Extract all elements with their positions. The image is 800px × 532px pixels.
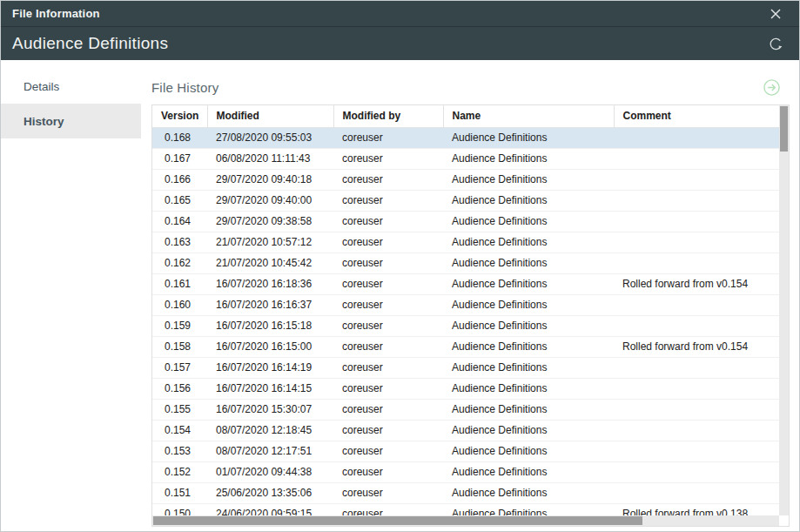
refresh-icon (768, 36, 784, 52)
cell-name: Audience Definitions (443, 441, 614, 461)
cell-modified-by: coreuser (333, 253, 443, 273)
cell-modified: 25/06/2020 13:35:06 (207, 482, 333, 503)
table-row[interactable]: 0.15516/07/2020 15:30:07coreuserAudience… (152, 399, 789, 420)
table-row[interactable]: 0.16116/07/2020 16:18:36coreuserAudience… (152, 273, 789, 294)
cell-name: Audience Definitions (443, 378, 614, 399)
table-row[interactable]: 0.16221/07/2020 10:45:42coreuserAudience… (152, 253, 789, 273)
cell-version: 0.151 (152, 482, 207, 503)
cell-modified: 01/07/2020 09:44:38 (207, 461, 333, 482)
dialog-titlebar: File Information (1, 1, 799, 27)
cell-name: Audience Definitions (443, 273, 614, 294)
cell-comment (614, 461, 789, 482)
table-row[interactable]: 0.15201/07/2020 09:44:38coreuserAudience… (152, 461, 789, 482)
dialog-title: File Information (12, 7, 764, 20)
cell-name: Audience Definitions (443, 127, 614, 148)
cell-modified: 29/07/2020 09:40:00 (207, 190, 333, 211)
cell-version: 0.166 (152, 169, 207, 190)
refresh-button[interactable] (764, 32, 787, 55)
cell-comment (614, 399, 789, 420)
cell-modified-by: coreuser (333, 357, 443, 378)
table-row[interactable]: 0.15616/07/2020 16:14:15coreuserAudience… (152, 378, 789, 399)
file-history-header: File History (151, 77, 790, 97)
cell-modified: 16/07/2020 15:30:07 (207, 399, 333, 420)
cell-modified-by: coreuser (333, 399, 443, 420)
cell-modified: 08/07/2020 12:18:45 (207, 420, 333, 441)
cell-name: Audience Definitions (443, 148, 614, 169)
cell-name: Audience Definitions (443, 169, 614, 190)
vertical-scrollbar-thumb[interactable] (780, 106, 788, 152)
cell-modified-by: coreuser (333, 127, 443, 148)
cell-name: Audience Definitions (443, 294, 614, 315)
sidebar-item-history[interactable]: History (1, 104, 141, 138)
cell-name: Audience Definitions (443, 253, 614, 273)
cell-version: 0.164 (152, 211, 207, 232)
file-information-dialog: File Information Audience Definitions De… (0, 0, 800, 532)
cell-name: Audience Definitions (443, 190, 614, 211)
table-row[interactable]: 0.16629/07/2020 09:40:18coreuserAudience… (152, 169, 789, 190)
table-row[interactable]: 0.15308/07/2020 12:17:51coreuserAudience… (152, 441, 789, 461)
column-header-modified: Modified (207, 105, 333, 127)
cell-comment (614, 357, 789, 378)
open-version-button[interactable] (762, 77, 781, 97)
cell-modified: 16/07/2020 16:14:19 (207, 357, 333, 378)
table-row[interactable]: 0.15408/07/2020 12:18:45coreuserAudience… (152, 420, 789, 441)
vertical-scrollbar[interactable] (779, 105, 789, 515)
cell-version: 0.161 (152, 273, 207, 294)
table-row[interactable]: 0.15125/06/2020 13:35:06coreuserAudience… (152, 482, 789, 503)
cell-version: 0.155 (152, 399, 207, 420)
column-header-name: Name (443, 105, 614, 127)
sidebar: Details History (1, 60, 141, 531)
cell-name: Audience Definitions (443, 232, 614, 253)
cell-version: 0.157 (152, 357, 207, 378)
table-row[interactable]: 0.16429/07/2020 09:38:58coreuserAudience… (152, 211, 789, 232)
table-row[interactable]: 0.16016/07/2020 16:16:37coreuserAudience… (152, 294, 789, 315)
file-history-table-body: 0.16827/08/2020 09:55:03coreuserAudience… (152, 127, 789, 524)
cell-comment (614, 441, 789, 461)
column-header-modified-by: Modified by (333, 105, 443, 127)
cell-version: 0.158 (152, 336, 207, 357)
sidebar-item-details[interactable]: Details (1, 69, 141, 104)
cell-comment (614, 190, 789, 211)
close-button[interactable] (764, 3, 787, 25)
file-history-panel: File History (141, 60, 799, 531)
cell-comment (614, 378, 789, 399)
cell-version: 0.162 (152, 253, 207, 273)
cell-comment (614, 127, 789, 148)
cell-name: Audience Definitions (443, 336, 614, 357)
table-row[interactable]: 0.16529/07/2020 09:40:00coreuserAudience… (152, 190, 789, 211)
table-row[interactable]: 0.16321/07/2020 10:57:12coreuserAudience… (152, 232, 789, 253)
file-history-table: Version Modified Modified by Name Commen… (151, 104, 790, 527)
horizontal-scrollbar[interactable] (152, 515, 779, 526)
cell-comment (614, 253, 789, 273)
cell-comment (614, 315, 789, 336)
table-row[interactable]: 0.15816/07/2020 16:15:00coreuserAudience… (152, 336, 789, 357)
cell-comment: Rolled forward from v0.154 (614, 273, 789, 294)
cell-version: 0.153 (152, 441, 207, 461)
cell-comment (614, 232, 789, 253)
cell-modified: 21/07/2020 10:57:12 (207, 232, 333, 253)
cell-modified-by: coreuser (333, 336, 443, 357)
cell-version: 0.154 (152, 420, 207, 441)
table-row[interactable]: 0.15916/07/2020 16:15:18coreuserAudience… (152, 315, 789, 336)
cell-version: 0.160 (152, 294, 207, 315)
table-row[interactable]: 0.16706/08/2020 11:11:43coreuserAudience… (152, 148, 789, 169)
cell-modified: 16/07/2020 16:14:15 (207, 378, 333, 399)
table-row[interactable]: 0.16827/08/2020 09:55:03coreuserAudience… (152, 127, 789, 148)
horizontal-scrollbar-thumb[interactable] (153, 516, 642, 525)
cell-name: Audience Definitions (443, 399, 614, 420)
cell-modified: 16/07/2020 16:16:37 (207, 294, 333, 315)
cell-comment (614, 294, 789, 315)
cell-version: 0.168 (152, 127, 207, 148)
cell-comment (614, 169, 789, 190)
table-row[interactable]: 0.15716/07/2020 16:14:19coreuserAudience… (152, 357, 789, 378)
cell-modified-by: coreuser (333, 232, 443, 253)
cell-comment (614, 148, 789, 169)
cell-comment (614, 482, 789, 503)
cell-modified: 16/07/2020 16:15:18 (207, 315, 333, 336)
close-icon (769, 7, 783, 21)
scrollbar-corner (779, 515, 789, 526)
cell-modified-by: coreuser (333, 420, 443, 441)
cell-modified-by: coreuser (333, 378, 443, 399)
cell-modified: 08/07/2020 12:17:51 (207, 441, 333, 461)
cell-name: Audience Definitions (443, 420, 614, 441)
